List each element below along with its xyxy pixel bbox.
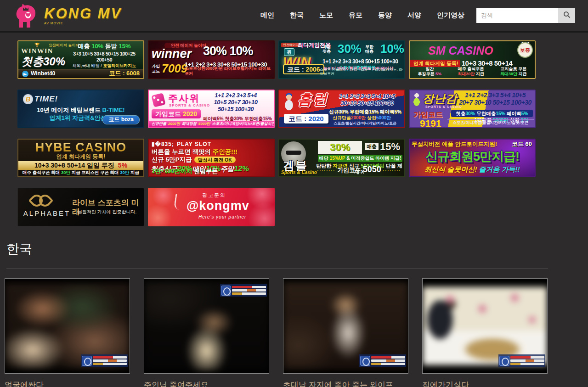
banner-gamble[interactable]: 겜블 Sports & Casino 30% 매충 15% 배당 15%UP &… (278, 139, 405, 177)
nav-item-korea[interactable]: 한국 (290, 11, 304, 20)
search-input[interactable] (476, 8, 558, 23)
banner-hybe-casino[interactable]: HYBE CASINO 업계 최다게임 등록! 10+3 30+8 50+14 … (17, 139, 144, 177)
baseball-player-icon (281, 93, 297, 112)
banner-code: 7009 (162, 62, 187, 75)
banner-jangnangam[interactable]: 장난감 SPORTS & CASINO 1+1 2+2 3+3 5+4 10+5… (409, 90, 536, 128)
banner-sm-casino[interactable]: SM CASINO ★★★ 보증 업계 최다게임 등록! 10+3 30+8 5… (409, 40, 536, 79)
watermark-badge (498, 354, 545, 367)
banner-headline: 30% 10% (203, 44, 253, 58)
video-title[interactable]: 얼굴에싼다 (5, 380, 130, 387)
banner-brand: 홈런 (298, 91, 328, 108)
banner-btime[interactable]: B TIME! 10년 메이저 베팅브랜드 B-TIME! 업계1위 자금력&안… (17, 90, 144, 128)
banner-winwin[interactable]: 🏆 WINWIN 안전메이저 놀이터 매충 10% 돌발 15% 3+3 10+… (17, 40, 144, 79)
banner-win[interactable]: 안전메이저 윈 최다게임전용 가입 첫충30% 무한 매충10% WIN 1+1… (278, 40, 405, 79)
search-button[interactable] (558, 8, 575, 23)
banner-homerun[interactable]: 홈런 1+1 2+2 3+3 5+4 10+5 30+10 50+15 100+… (278, 90, 405, 128)
video-title[interactable]: 집에가기싫다 (422, 380, 548, 387)
ad-banner-grid: 🏆 WINWIN 안전메이저 놀이터 매충 10% 돌발 15% 3+3 10+… (17, 40, 537, 226)
video-title[interactable]: 주인님 죽여주세요 (144, 380, 269, 387)
banner-code: 코드 60 (512, 141, 532, 148)
banner-brand: WINWIN (21, 47, 53, 55)
header: KONG MV AV MOVIE 메인 한국 노모 유모 동양 서양 인기영상 (0, 0, 588, 33)
gorilla-logo-icon (13, 1, 41, 30)
banner-brand: PLAY SLOT (152, 141, 211, 148)
video-card[interactable]: 집에가기싫다 (422, 278, 548, 387)
banner-alphabet[interactable]: ALPHABET 라이브 스포츠의 미래 본질적인 가치에 집중합니다. (17, 188, 144, 226)
logo-subtitle: AV MOVIE (44, 22, 122, 25)
watermark-emblem-icon (499, 356, 509, 366)
banner-headline: 신규회원5만지급! (410, 150, 535, 164)
banner-brand: winner (152, 47, 192, 61)
section-divider (6, 269, 548, 269)
banner-kongmv-ad[interactable]: 광고문의 @kongmv Here's your partner (148, 188, 275, 226)
banner-jusawi[interactable]: 주사위 SPORTS & CASINO 가입코드2020 1+1 2+2 3+3… (148, 90, 275, 128)
nav-item-western[interactable]: 서양 (407, 11, 421, 20)
banner-code: 2006 (305, 66, 320, 73)
infinity-logo-icon (31, 195, 51, 207)
section-title: 한국 (6, 240, 588, 258)
video-grid: 얼굴에싼다 주인님 죽여주세요 초대남 자지에 좋아 죽는 와이프 (5, 278, 588, 387)
bonus-percent: 30% (318, 141, 362, 154)
video-thumbnail[interactable] (422, 278, 548, 374)
nav-item-yumo[interactable]: 유모 (349, 11, 362, 20)
banner-play-slot[interactable]: PLAY SLOT 버튼을 누르면 잭팟의 주인공!!! 신규 5만P지급 달성… (148, 139, 275, 177)
banner-brand: SM CASINO (428, 44, 493, 57)
banner-code: 코드 : 6008 (109, 70, 140, 77)
telegram-icon (22, 71, 28, 77)
telegram-handle: Winbet40 (31, 71, 55, 77)
video-thumbnail[interactable] (144, 278, 269, 374)
watermark-emblem-icon (82, 356, 92, 366)
watermark-emblem-icon (360, 356, 370, 366)
logo-title: KONG MV (44, 6, 122, 21)
toy-character-icon (411, 92, 423, 108)
banner-brand: ALPHABET (22, 209, 72, 217)
nav-item-popular[interactable]: 인기영상 (437, 11, 464, 20)
strawberry-leaf-icon (174, 194, 182, 210)
banner-code: 2020 (308, 115, 323, 123)
banner-slot-5man[interactable]: 무설치버전 애플 안드로이드지원! 코드 60 신규회원5만지급! 최신식 슬롯… (409, 139, 536, 177)
guarantee-badge: 보증 (518, 43, 532, 57)
banner-code: 9191 (420, 118, 441, 128)
banner-brand: HYBE CASINO (18, 140, 143, 155)
contact-handle: @kongmv (187, 199, 249, 213)
dice-icon (151, 93, 166, 107)
main-nav: 메인 한국 노모 유모 동양 서양 인기영상 (260, 11, 464, 20)
video-title[interactable]: 초대남 자지에 좋아 죽는 와이프 (283, 380, 408, 387)
banner-code: 2020 (183, 110, 197, 118)
video-card[interactable]: 주인님 죽여주세요 (144, 278, 269, 387)
watermark-badge (81, 354, 128, 367)
banner-code: 5050 (363, 165, 381, 174)
search-icon (563, 11, 571, 20)
nav-item-main[interactable]: 메인 (260, 11, 274, 20)
nav-item-nomo[interactable]: 노모 (319, 11, 333, 20)
banner-headline: 첫충30% (21, 55, 65, 68)
banner-brand: 장난감 (423, 92, 457, 105)
laurel-icon: 🏆 WINWIN (21, 43, 53, 56)
promo-pill: 달성시 환전 OK (194, 157, 236, 163)
search-bar (476, 8, 575, 23)
video-card[interactable]: 얼굴에싼다 (5, 278, 130, 387)
watermark-emblem-icon (221, 286, 231, 296)
banner-brand: TIME! (34, 95, 58, 104)
video-thumbnail[interactable] (283, 278, 408, 374)
banner-code: 코드 boza (102, 115, 140, 124)
watermark-badge (220, 284, 267, 297)
site-logo[interactable]: KONG MV AV MOVIE (13, 1, 122, 30)
btime-logo-icon: B (23, 94, 33, 104)
thumbnail-image (423, 287, 547, 365)
video-card[interactable]: 초대남 자지에 좋아 죽는 와이프 (283, 278, 408, 387)
nav-item-asian[interactable]: 동양 (378, 11, 392, 20)
video-thumbnail[interactable] (5, 278, 130, 374)
watermark-badge (359, 354, 406, 367)
banner-brand: 주사위 (168, 93, 200, 104)
banner-winner[interactable]: 안전 메이저 놀이터 winner 30% 10% 가입 코드 7009 1+1… (148, 40, 275, 79)
